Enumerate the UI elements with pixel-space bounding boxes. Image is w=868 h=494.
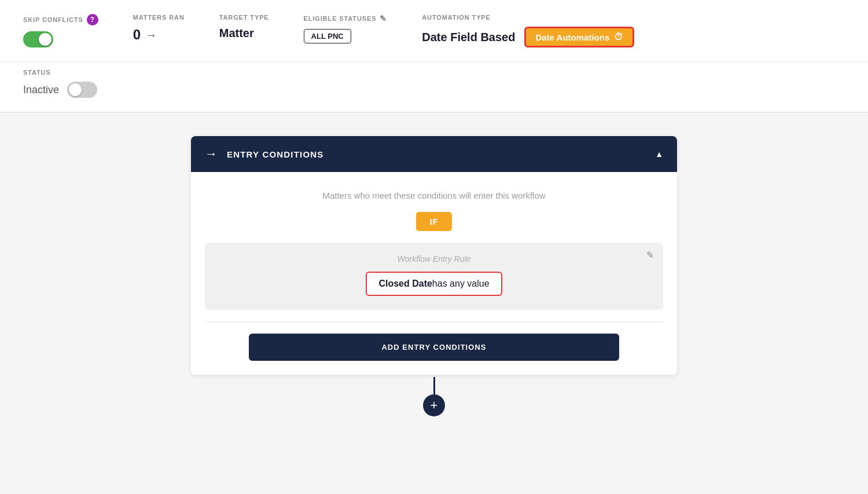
condition-rule: Closed Date has any value: [219, 272, 649, 296]
status-label: STATUS: [23, 69, 845, 76]
card-header: → ENTRY CONDITIONS ▲: [191, 136, 677, 172]
entry-conditions-icon: →: [205, 147, 218, 162]
eligible-statuses-edit-icon[interactable]: ✎: [380, 14, 387, 23]
automation-type-group: AUTOMATION TYPE Date Field Based Date Au…: [422, 14, 634, 47]
target-type-value: Matter: [219, 27, 269, 40]
condition-box: ✎ Workflow Entry Rule Closed Date has an…: [205, 243, 663, 310]
condition-normal-text: has any value: [432, 279, 490, 289]
date-automations-button[interactable]: Date Automations ⏱: [524, 27, 634, 47]
target-type-label: TARGET TYPE: [219, 14, 269, 21]
automation-type-label: AUTOMATION TYPE: [422, 14, 634, 21]
clock-icon: ⏱: [614, 32, 623, 42]
matters-ran-value: 0 →: [133, 27, 185, 43]
connector-line: [433, 377, 435, 394]
eligible-statuses-badge: ALL PNC: [304, 29, 351, 43]
automation-type-row: Date Field Based Date Automations ⏱: [422, 27, 634, 47]
toggle-knob: [39, 33, 52, 46]
divider: [205, 321, 663, 322]
skip-conflicts-toggle[interactable]: [23, 31, 53, 47]
top-bar: SKIP CONFLICTS ? MATTERS RAN 0 → TARGET …: [0, 0, 868, 62]
main-content: → ENTRY CONDITIONS ▲ Matters who meet th…: [0, 113, 868, 440]
plus-circle-button[interactable]: +: [423, 394, 445, 416]
condition-pill: Closed Date has any value: [366, 272, 502, 296]
target-type-group: TARGET TYPE Matter: [219, 14, 269, 40]
status-toggle[interactable]: [67, 82, 97, 98]
entry-conditions-card: → ENTRY CONDITIONS ▲ Matters who meet th…: [191, 136, 677, 375]
condition-edit-icon[interactable]: ✎: [646, 250, 654, 261]
card-body: Matters who meet these conditions will e…: [191, 172, 677, 375]
add-entry-conditions-button[interactable]: ADD ENTRY CONDITIONS: [249, 334, 619, 361]
date-automations-label: Date Automations: [535, 32, 609, 42]
automation-type-value: Date Field Based: [422, 31, 515, 44]
plus-connector: +: [423, 377, 445, 416]
matters-ran-label: MATTERS RAN: [133, 14, 185, 21]
skip-conflicts-toggle-container: [23, 31, 98, 47]
card-title: ENTRY CONDITIONS: [227, 149, 324, 159]
status-section: STATUS Inactive: [0, 62, 868, 113]
status-toggle-knob: [69, 83, 82, 96]
workflow-entry-rule-label: Workflow Entry Rule: [219, 254, 649, 264]
skip-conflicts-group: SKIP CONFLICTS ?: [23, 14, 98, 47]
if-badge: IF: [416, 212, 453, 231]
card-header-left: → ENTRY CONDITIONS: [205, 147, 324, 162]
collapse-icon[interactable]: ▲: [655, 149, 663, 159]
eligible-statuses-group: ELIGIBLE STATUSES ✎ ALL PNC: [304, 14, 388, 43]
eligible-statuses-label: ELIGIBLE STATUSES ✎: [304, 14, 388, 23]
help-icon[interactable]: ?: [87, 14, 98, 25]
eligible-statuses-badge-container: ALL PNC: [304, 29, 388, 43]
skip-conflicts-label: SKIP CONFLICTS ?: [23, 14, 98, 25]
matters-ran-group: MATTERS RAN 0 →: [133, 14, 185, 43]
status-row: Inactive: [23, 82, 845, 98]
card-subtitle: Matters who meet these conditions will e…: [322, 191, 545, 200]
matters-ran-arrow-icon[interactable]: →: [145, 28, 157, 42]
status-text: Inactive: [23, 84, 59, 96]
condition-bold-text: Closed Date: [378, 279, 432, 289]
